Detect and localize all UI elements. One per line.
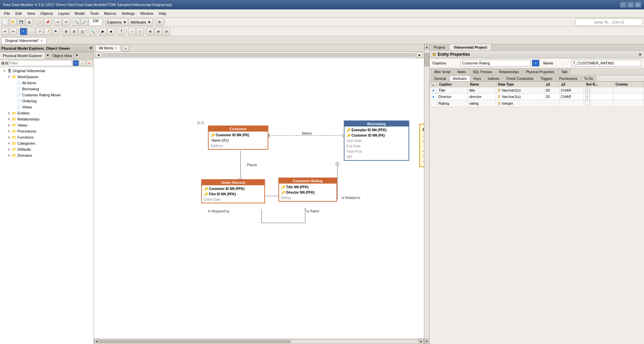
def-expand[interactable]: ⊕	[7, 147, 11, 152]
redo-btn[interactable]: ↪	[62, 18, 70, 26]
filter-input[interactable]	[9, 60, 72, 66]
remove-filter-btn[interactable]: ↑	[79, 60, 86, 66]
tb2-run[interactable]: ▶	[99, 28, 107, 35]
vscroll-down[interactable]: ▼	[424, 339, 430, 344]
tb2-snap[interactable]: ◫	[78, 28, 86, 35]
nav-right[interactable]: ►	[75, 52, 79, 59]
tb2-extra3[interactable]: ⊘	[163, 28, 170, 35]
vscroll-track[interactable]	[424, 50, 429, 339]
all-items-tab-close[interactable]: ✕	[114, 46, 117, 50]
dom-expand[interactable]: ⊕	[7, 153, 11, 158]
settings-btn[interactable]: ⚙	[156, 18, 163, 26]
videorental-project-tab[interactable]: Videorental Project	[449, 44, 491, 50]
tree-borrowing[interactable]: 📄 Borrowing	[1, 86, 93, 92]
menu-file[interactable]: File	[1, 10, 13, 17]
after-script-tab[interactable]: After Script	[431, 69, 453, 75]
sql-preview-tab[interactable]: SQL Preview	[470, 69, 495, 75]
tb2-t1[interactable]: T	[118, 28, 125, 35]
all-items-tab[interactable]: All Items ✕	[95, 45, 121, 51]
props-close-btn[interactable]: ✕	[639, 53, 641, 56]
resize-handle-br[interactable]	[334, 198, 336, 201]
tree-views[interactable]: ⊕ 📁 Views	[1, 122, 93, 128]
resize-handle-tr[interactable]	[334, 178, 336, 181]
tb2-search[interactable]: 🔍	[89, 28, 96, 35]
ent-expand[interactable]: ⊕	[7, 111, 11, 115]
tb2-rect[interactable]: □	[136, 28, 144, 35]
th-notnull[interactable]: Not N...	[584, 82, 613, 87]
nav-left[interactable]: ◄	[45, 52, 50, 59]
menu-layout[interactable]: Layout	[56, 10, 72, 17]
table-tab[interactable]: Tabl	[558, 69, 570, 75]
main-tab-close[interactable]: ✕	[40, 39, 43, 42]
relationships-tab[interactable]: Relationships	[496, 69, 522, 75]
project-tab[interactable]: Project	[430, 44, 449, 50]
pan-left[interactable]: ◄	[95, 52, 101, 58]
indexes-tab[interactable]: Indexes	[485, 76, 502, 81]
tree-crm[interactable]: 📄 Customer Rating Movie	[1, 92, 93, 98]
zoom-in-btn[interactable]: 🔍	[73, 18, 80, 26]
v-expand[interactable]: ⊕	[7, 123, 11, 128]
minimize-button[interactable]: −	[620, 2, 627, 8]
entity-customer-rating[interactable]: Customer Rating 🔑 Title NN (PFK) 🔑 Direc…	[278, 178, 337, 202]
tree-workspaces[interactable]: ▼ 📁 WorkSpaces	[1, 74, 93, 80]
hscroll-left[interactable]: ◄	[94, 339, 99, 344]
close-button[interactable]: ✕	[635, 2, 641, 8]
add-filter-btn[interactable]: +	[73, 60, 79, 66]
save-btn[interactable]: 💾	[17, 18, 25, 26]
vscroll-up[interactable]: ▲	[424, 44, 430, 50]
menu-view[interactable]: View	[24, 10, 38, 17]
attributes-tab[interactable]: Attributes	[450, 76, 470, 81]
notnull-rating-check[interactable]	[585, 101, 590, 105]
check-constraints-tab[interactable]: Check Constraints	[503, 76, 537, 81]
hscroll-thumb[interactable]	[100, 340, 291, 343]
tree-allitems[interactable]: 📄 All Items	[1, 80, 93, 86]
entity-borrowing[interactable]: Borrowing 🔑 Exemplar ID NN (PFK) 🔑 Custo…	[344, 120, 409, 161]
todo-tab[interactable]: To Do	[581, 76, 596, 81]
th-datatype[interactable]: Data Type	[496, 82, 544, 87]
rel-expand[interactable]: ⊕	[7, 117, 11, 121]
ai-expand[interactable]	[11, 81, 16, 85]
th-caption[interactable]: Caption	[437, 82, 468, 87]
ws-expand[interactable]: ▼	[7, 75, 11, 79]
triggers-tab[interactable]: Triggers	[537, 76, 555, 81]
tb2-view[interactable]: 👁	[52, 28, 59, 35]
tb2-align[interactable]: ⊞	[62, 28, 70, 35]
undo-btn[interactable]: ↩	[54, 18, 62, 26]
notnull-title-check[interactable]	[585, 88, 590, 93]
object-viewer-tab[interactable]: Object View	[50, 52, 75, 59]
caption-arrow-btn[interactable]: >	[532, 60, 539, 66]
tb2-stop[interactable]: ■	[107, 28, 115, 35]
print-btn[interactable]: 🖨	[25, 18, 33, 26]
b-expand[interactable]	[11, 87, 16, 91]
cat-expand[interactable]: ⊕	[7, 141, 11, 146]
proc-expand[interactable]: ⊕	[7, 129, 11, 134]
tree-container[interactable]: ▼ 🗄 Original Videorental ▼ 📁 WorkSpaces …	[0, 67, 94, 344]
tb2-rel[interactable]: ↗	[36, 28, 43, 35]
menu-macros[interactable]: Macros	[101, 10, 119, 17]
explorer-close[interactable]: ✕	[89, 46, 92, 50]
attributes-table-container[interactable]: ... Caption Name Data Type p1 p2 Not N..…	[430, 82, 644, 344]
entity-order-record[interactable]: Order Record 🔑 Customer ID NN (PFK) 🔑 Fi…	[201, 179, 265, 203]
entity-customer[interactable]: Customer 🔑 Customer ID NN (PK) Name (IX1…	[208, 126, 268, 150]
maximize-button[interactable]: □	[627, 2, 634, 8]
menu-tools[interactable]: Tools	[88, 10, 102, 17]
tree-categories[interactable]: ⊕ 📁 Categories	[1, 140, 93, 146]
tree-relationships[interactable]: ⊕ 📁 Relationships	[1, 116, 93, 122]
crm-expand[interactable]	[11, 93, 16, 97]
physical-model-tab[interactable]: Physical Model Explorer	[0, 52, 45, 59]
captions-dropdown[interactable]: Captions ▼	[105, 18, 128, 26]
new-diagram-btn[interactable]: +	[123, 45, 129, 51]
physical-props-tab[interactable]: Physical Properties	[523, 69, 558, 75]
clear-filter-btn[interactable]: ✕	[86, 60, 92, 66]
tb2-note[interactable]: 📝	[44, 28, 51, 35]
tb2-extra2[interactable]: ⊗	[155, 28, 162, 35]
new-btn[interactable]: 📄	[1, 18, 9, 26]
tree-views-ws[interactable]: 📄 Views	[1, 104, 93, 110]
th-p2[interactable]: p2	[559, 82, 584, 87]
menu-settings[interactable]: Settings	[119, 10, 138, 17]
o-expand[interactable]	[11, 99, 16, 103]
resize-handle-bl[interactable]	[279, 198, 282, 201]
attributes-dropdown[interactable]: Attributes ▼	[129, 18, 153, 26]
general-tab[interactable]: General	[431, 76, 449, 81]
paste-btn[interactable]: 📌	[44, 18, 51, 26]
